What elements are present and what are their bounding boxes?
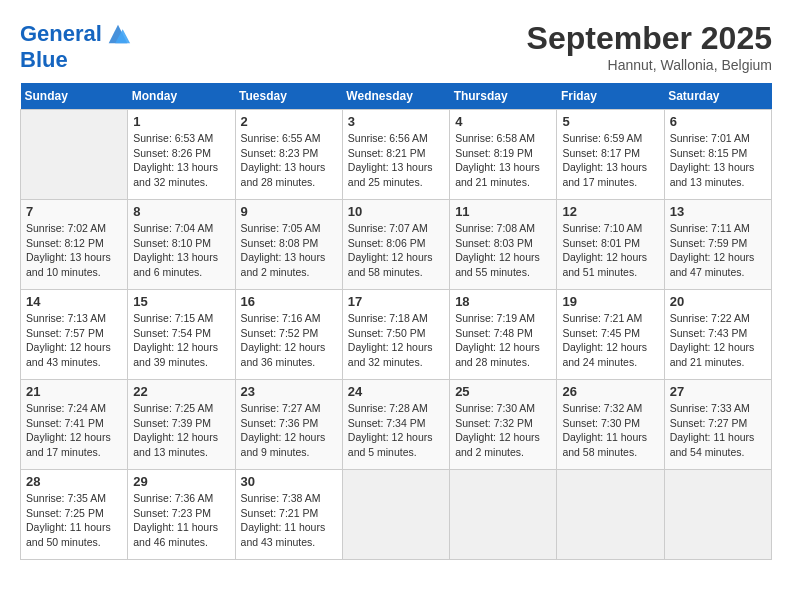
weekday-header: Friday	[557, 83, 664, 110]
day-number: 2	[241, 114, 337, 129]
month-title: September 2025	[527, 20, 772, 57]
day-number: 9	[241, 204, 337, 219]
calendar-cell: 25Sunrise: 7:30 AM Sunset: 7:32 PM Dayli…	[450, 380, 557, 470]
day-info: Sunrise: 7:13 AM Sunset: 7:57 PM Dayligh…	[26, 311, 122, 370]
day-number: 11	[455, 204, 551, 219]
calendar-cell: 8Sunrise: 7:04 AM Sunset: 8:10 PM Daylig…	[128, 200, 235, 290]
weekday-header: Thursday	[450, 83, 557, 110]
calendar-cell: 28Sunrise: 7:35 AM Sunset: 7:25 PM Dayli…	[21, 470, 128, 560]
day-info: Sunrise: 7:05 AM Sunset: 8:08 PM Dayligh…	[241, 221, 337, 280]
weekday-header: Monday	[128, 83, 235, 110]
day-info: Sunrise: 7:32 AM Sunset: 7:30 PM Dayligh…	[562, 401, 658, 460]
weekday-header-row: SundayMondayTuesdayWednesdayThursdayFrid…	[21, 83, 772, 110]
weekday-header: Saturday	[664, 83, 771, 110]
day-number: 29	[133, 474, 229, 489]
calendar-cell	[342, 470, 449, 560]
calendar-cell: 10Sunrise: 7:07 AM Sunset: 8:06 PM Dayli…	[342, 200, 449, 290]
calendar-cell: 5Sunrise: 6:59 AM Sunset: 8:17 PM Daylig…	[557, 110, 664, 200]
calendar-cell: 3Sunrise: 6:56 AM Sunset: 8:21 PM Daylig…	[342, 110, 449, 200]
calendar-cell: 29Sunrise: 7:36 AM Sunset: 7:23 PM Dayli…	[128, 470, 235, 560]
day-info: Sunrise: 7:04 AM Sunset: 8:10 PM Dayligh…	[133, 221, 229, 280]
day-info: Sunrise: 6:59 AM Sunset: 8:17 PM Dayligh…	[562, 131, 658, 190]
calendar-cell: 9Sunrise: 7:05 AM Sunset: 8:08 PM Daylig…	[235, 200, 342, 290]
day-number: 6	[670, 114, 766, 129]
calendar-cell: 12Sunrise: 7:10 AM Sunset: 8:01 PM Dayli…	[557, 200, 664, 290]
day-number: 4	[455, 114, 551, 129]
day-info: Sunrise: 7:30 AM Sunset: 7:32 PM Dayligh…	[455, 401, 551, 460]
day-info: Sunrise: 7:28 AM Sunset: 7:34 PM Dayligh…	[348, 401, 444, 460]
calendar-cell: 13Sunrise: 7:11 AM Sunset: 7:59 PM Dayli…	[664, 200, 771, 290]
calendar-cell: 6Sunrise: 7:01 AM Sunset: 8:15 PM Daylig…	[664, 110, 771, 200]
day-number: 14	[26, 294, 122, 309]
calendar-cell: 27Sunrise: 7:33 AM Sunset: 7:27 PM Dayli…	[664, 380, 771, 470]
title-block: September 2025 Hannut, Wallonia, Belgium	[527, 20, 772, 73]
calendar-cell	[557, 470, 664, 560]
day-info: Sunrise: 7:22 AM Sunset: 7:43 PM Dayligh…	[670, 311, 766, 370]
day-info: Sunrise: 7:38 AM Sunset: 7:21 PM Dayligh…	[241, 491, 337, 550]
day-number: 24	[348, 384, 444, 399]
calendar-cell: 14Sunrise: 7:13 AM Sunset: 7:57 PM Dayli…	[21, 290, 128, 380]
day-number: 23	[241, 384, 337, 399]
day-number: 19	[562, 294, 658, 309]
day-info: Sunrise: 7:27 AM Sunset: 7:36 PM Dayligh…	[241, 401, 337, 460]
day-number: 21	[26, 384, 122, 399]
day-number: 18	[455, 294, 551, 309]
calendar-cell: 26Sunrise: 7:32 AM Sunset: 7:30 PM Dayli…	[557, 380, 664, 470]
calendar-cell: 21Sunrise: 7:24 AM Sunset: 7:41 PM Dayli…	[21, 380, 128, 470]
weekday-header: Sunday	[21, 83, 128, 110]
calendar-cell	[664, 470, 771, 560]
location: Hannut, Wallonia, Belgium	[527, 57, 772, 73]
day-info: Sunrise: 6:56 AM Sunset: 8:21 PM Dayligh…	[348, 131, 444, 190]
calendar-week-row: 28Sunrise: 7:35 AM Sunset: 7:25 PM Dayli…	[21, 470, 772, 560]
day-number: 16	[241, 294, 337, 309]
weekday-header: Tuesday	[235, 83, 342, 110]
calendar-cell: 30Sunrise: 7:38 AM Sunset: 7:21 PM Dayli…	[235, 470, 342, 560]
day-info: Sunrise: 7:11 AM Sunset: 7:59 PM Dayligh…	[670, 221, 766, 280]
day-info: Sunrise: 7:36 AM Sunset: 7:23 PM Dayligh…	[133, 491, 229, 550]
calendar-cell: 18Sunrise: 7:19 AM Sunset: 7:48 PM Dayli…	[450, 290, 557, 380]
calendar-week-row: 1Sunrise: 6:53 AM Sunset: 8:26 PM Daylig…	[21, 110, 772, 200]
calendar-cell: 19Sunrise: 7:21 AM Sunset: 7:45 PM Dayli…	[557, 290, 664, 380]
calendar-cell: 1Sunrise: 6:53 AM Sunset: 8:26 PM Daylig…	[128, 110, 235, 200]
day-number: 22	[133, 384, 229, 399]
day-number: 26	[562, 384, 658, 399]
day-number: 13	[670, 204, 766, 219]
day-info: Sunrise: 7:10 AM Sunset: 8:01 PM Dayligh…	[562, 221, 658, 280]
day-info: Sunrise: 7:01 AM Sunset: 8:15 PM Dayligh…	[670, 131, 766, 190]
day-info: Sunrise: 7:07 AM Sunset: 8:06 PM Dayligh…	[348, 221, 444, 280]
day-info: Sunrise: 7:25 AM Sunset: 7:39 PM Dayligh…	[133, 401, 229, 460]
calendar-cell: 7Sunrise: 7:02 AM Sunset: 8:12 PM Daylig…	[21, 200, 128, 290]
logo-icon	[104, 20, 132, 48]
day-number: 30	[241, 474, 337, 489]
logo-text2: Blue	[20, 48, 68, 72]
calendar-cell: 15Sunrise: 7:15 AM Sunset: 7:54 PM Dayli…	[128, 290, 235, 380]
day-number: 3	[348, 114, 444, 129]
day-info: Sunrise: 7:18 AM Sunset: 7:50 PM Dayligh…	[348, 311, 444, 370]
calendar-cell: 24Sunrise: 7:28 AM Sunset: 7:34 PM Dayli…	[342, 380, 449, 470]
day-number: 28	[26, 474, 122, 489]
day-info: Sunrise: 7:19 AM Sunset: 7:48 PM Dayligh…	[455, 311, 551, 370]
calendar-cell: 4Sunrise: 6:58 AM Sunset: 8:19 PM Daylig…	[450, 110, 557, 200]
calendar-cell: 11Sunrise: 7:08 AM Sunset: 8:03 PM Dayli…	[450, 200, 557, 290]
calendar-week-row: 14Sunrise: 7:13 AM Sunset: 7:57 PM Dayli…	[21, 290, 772, 380]
day-number: 12	[562, 204, 658, 219]
calendar-cell: 17Sunrise: 7:18 AM Sunset: 7:50 PM Dayli…	[342, 290, 449, 380]
calendar-cell	[450, 470, 557, 560]
calendar-week-row: 7Sunrise: 7:02 AM Sunset: 8:12 PM Daylig…	[21, 200, 772, 290]
day-info: Sunrise: 7:21 AM Sunset: 7:45 PM Dayligh…	[562, 311, 658, 370]
day-info: Sunrise: 7:24 AM Sunset: 7:41 PM Dayligh…	[26, 401, 122, 460]
day-number: 17	[348, 294, 444, 309]
day-number: 25	[455, 384, 551, 399]
day-number: 7	[26, 204, 122, 219]
page-header: General Blue September 2025 Hannut, Wall…	[20, 20, 772, 73]
day-number: 27	[670, 384, 766, 399]
day-number: 15	[133, 294, 229, 309]
calendar-cell: 23Sunrise: 7:27 AM Sunset: 7:36 PM Dayli…	[235, 380, 342, 470]
logo-text: General	[20, 22, 102, 46]
day-info: Sunrise: 6:55 AM Sunset: 8:23 PM Dayligh…	[241, 131, 337, 190]
calendar-week-row: 21Sunrise: 7:24 AM Sunset: 7:41 PM Dayli…	[21, 380, 772, 470]
day-number: 8	[133, 204, 229, 219]
day-info: Sunrise: 7:33 AM Sunset: 7:27 PM Dayligh…	[670, 401, 766, 460]
logo: General Blue	[20, 20, 132, 72]
calendar-table: SundayMondayTuesdayWednesdayThursdayFrid…	[20, 83, 772, 560]
